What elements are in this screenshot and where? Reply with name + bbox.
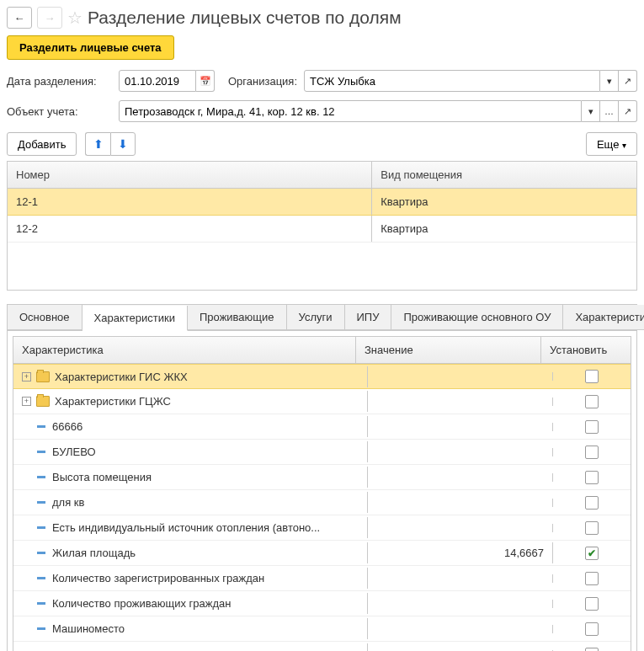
item-icon bbox=[37, 577, 45, 579]
tab-0[interactable]: Основное bbox=[8, 305, 82, 330]
set-checkbox[interactable] bbox=[585, 597, 599, 611]
set-checkbox[interactable] bbox=[585, 622, 599, 636]
item-icon bbox=[37, 526, 45, 529]
property-row[interactable]: Есть индивидуальный источник отопления (… bbox=[13, 515, 631, 541]
open-icon: ↗ bbox=[624, 76, 631, 87]
property-value bbox=[368, 398, 553, 406]
property-value bbox=[368, 524, 553, 532]
cell-number: 12-1 bbox=[8, 189, 372, 215]
property-label: 66666 bbox=[52, 420, 82, 433]
date-label: Дата разделения: bbox=[7, 75, 112, 88]
obj-open-button[interactable]: ↗ bbox=[619, 100, 637, 122]
property-row[interactable]: +Характеристики ГИС ЖКХ bbox=[13, 364, 631, 389]
property-label: Высота помещения bbox=[52, 471, 152, 483]
obj-dropdown-button[interactable]: ▾ bbox=[582, 100, 600, 122]
tab-2[interactable]: Проживающие bbox=[188, 305, 287, 330]
property-label: Характеристики ГИС ЖКХ bbox=[55, 371, 188, 383]
col-header-number[interactable]: Номер bbox=[8, 162, 372, 188]
property-value bbox=[368, 448, 553, 456]
property-label: Машиноместо bbox=[52, 622, 125, 635]
move-up-button[interactable]: ⬆ bbox=[85, 132, 110, 156]
property-row[interactable]: 66666 bbox=[13, 414, 631, 440]
tab-bar: ОсновноеХарактеристикиПроживающиеУслугиИ… bbox=[7, 304, 637, 330]
property-label: БУЛЕВО bbox=[52, 446, 96, 458]
arrow-left-icon: ← bbox=[14, 12, 25, 24]
property-label: Характеристики ГЦЖС bbox=[55, 395, 171, 408]
table-row[interactable]: 12-1Квартира bbox=[8, 189, 636, 216]
property-row[interactable]: норматив воды bbox=[13, 642, 631, 651]
split-accounts-button[interactable]: Разделить лицевые счета bbox=[7, 35, 174, 60]
set-checkbox[interactable] bbox=[585, 370, 599, 383]
set-checkbox[interactable] bbox=[585, 572, 599, 585]
item-icon bbox=[37, 476, 45, 478]
item-icon bbox=[37, 602, 45, 605]
cell-number: 12-2 bbox=[8, 216, 372, 242]
property-label: Жилая площадь bbox=[52, 547, 136, 559]
property-row[interactable]: Жилая площадь14,6667✔ bbox=[13, 541, 631, 566]
tab-4[interactable]: ИПУ bbox=[345, 305, 392, 330]
set-checkbox[interactable] bbox=[585, 648, 599, 652]
accounts-grid: Номер Вид помещения 12-1Квартира12-2Квар… bbox=[7, 161, 637, 291]
nav-forward-button[interactable]: → bbox=[37, 7, 62, 29]
item-icon bbox=[37, 552, 45, 554]
folder-icon bbox=[36, 396, 50, 407]
property-row[interactable]: Высота помещения bbox=[13, 465, 631, 490]
property-row[interactable]: БУЛЕВО bbox=[13, 440, 631, 465]
cell-type: Квартира bbox=[372, 189, 636, 215]
org-input[interactable] bbox=[304, 70, 600, 92]
item-icon bbox=[37, 451, 45, 453]
org-open-button[interactable]: ↗ bbox=[619, 70, 637, 92]
property-label: Количество зарегистрированных граждан bbox=[52, 572, 264, 584]
property-row[interactable]: для кв bbox=[13, 490, 631, 515]
arrow-down-icon: ⬇ bbox=[118, 137, 128, 151]
property-value bbox=[368, 600, 553, 608]
calendar-icon: 📅 bbox=[200, 76, 211, 87]
tab-1[interactable]: Характеристики bbox=[82, 306, 188, 331]
col-header-set[interactable]: Установить bbox=[541, 337, 619, 363]
more-button[interactable]: Еще ▾ bbox=[586, 132, 637, 156]
chevron-down-icon: ▾ bbox=[607, 76, 612, 87]
tab-5[interactable]: Проживающие основного ОУ bbox=[391, 305, 563, 330]
set-checkbox[interactable]: ✔ bbox=[585, 547, 599, 560]
chevron-down-icon: ▾ bbox=[622, 141, 626, 150]
col-header-type[interactable]: Вид помещения bbox=[372, 162, 636, 188]
set-checkbox[interactable] bbox=[585, 395, 599, 408]
expand-icon[interactable]: + bbox=[22, 372, 31, 382]
obj-label: Объект учета: bbox=[7, 105, 112, 118]
org-dropdown-button[interactable]: ▾ bbox=[600, 70, 619, 92]
property-label: Количество проживающих граждан bbox=[52, 597, 231, 610]
set-checkbox[interactable] bbox=[585, 521, 599, 535]
tab-3[interactable]: Услуги bbox=[287, 305, 345, 330]
date-picker-button[interactable]: 📅 bbox=[196, 70, 215, 92]
set-checkbox[interactable] bbox=[585, 471, 599, 484]
properties-grid: Характеристика Значение Установить +Хара… bbox=[13, 336, 631, 651]
date-input[interactable] bbox=[119, 70, 196, 92]
property-label: для кв bbox=[52, 496, 84, 509]
nav-back-button[interactable]: ← bbox=[7, 7, 32, 29]
move-down-button[interactable]: ⬇ bbox=[110, 132, 136, 156]
obj-choose-button[interactable]: … bbox=[600, 100, 619, 122]
property-row[interactable]: +Характеристики ГЦЖС bbox=[13, 389, 631, 414]
tab-6[interactable]: Характеристики ЛС bbox=[563, 305, 644, 330]
set-checkbox[interactable] bbox=[585, 420, 599, 434]
set-checkbox[interactable] bbox=[585, 446, 599, 459]
item-icon bbox=[37, 425, 45, 428]
arrow-up-icon: ⬆ bbox=[93, 137, 104, 151]
property-row[interactable]: Количество проживающих граждан bbox=[13, 591, 631, 616]
property-row[interactable]: Количество зарегистрированных граждан bbox=[13, 566, 631, 591]
obj-input[interactable] bbox=[119, 100, 582, 122]
item-icon bbox=[37, 627, 45, 630]
set-checkbox[interactable] bbox=[585, 496, 599, 510]
property-value: 14,6667 bbox=[368, 542, 553, 563]
property-value bbox=[368, 574, 553, 583]
property-row[interactable]: Машиноместо bbox=[13, 616, 631, 642]
favorite-icon[interactable]: ☆ bbox=[67, 8, 82, 28]
add-button[interactable]: Добавить bbox=[7, 132, 77, 156]
arrow-right-icon: → bbox=[45, 12, 56, 24]
table-row[interactable]: 12-2Квартира bbox=[8, 216, 636, 243]
expand-icon[interactable]: + bbox=[22, 397, 31, 406]
cell-type: Квартира bbox=[372, 216, 636, 242]
col-header-value[interactable]: Значение bbox=[356, 337, 541, 363]
col-header-property[interactable]: Характеристика bbox=[13, 337, 356, 363]
open-icon: ↗ bbox=[624, 106, 631, 117]
